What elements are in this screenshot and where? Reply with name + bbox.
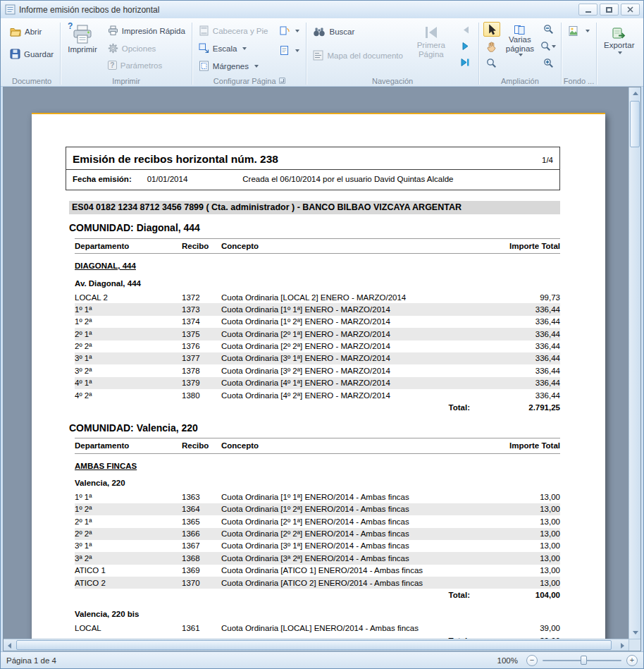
minimize-icon (586, 11, 591, 13)
report-page: Emisión de recibos horizontal núm. 238 1… (32, 113, 605, 651)
group-heading: AMBAS FINCAS (75, 461, 560, 471)
scale-button[interactable]: Escala (197, 42, 271, 55)
community-title: COMUNIDAD: Diagonal, 444 (69, 222, 560, 235)
cell-departamento: 3º 2ª (75, 366, 182, 376)
arrow-left-icon (8, 643, 11, 649)
pointer-icon (487, 24, 496, 35)
document-map-icon (313, 50, 323, 61)
cell-importe: 99,73 (477, 293, 560, 302)
zoom-slider[interactable] (543, 655, 621, 666)
search-button[interactable]: Buscar (311, 25, 404, 38)
arrow-down-icon (633, 631, 638, 634)
header-footer-label: Cabecera y Pie (213, 27, 268, 35)
quick-print-label: Impresión Rápida (122, 27, 185, 35)
margins-button[interactable]: Márgenes (197, 59, 271, 73)
header-footer-button[interactable]: Cabecera y Pie (197, 24, 271, 37)
dialog-launcher-icon[interactable] (279, 78, 285, 84)
print-button[interactable]: ? Imprimir (65, 22, 100, 56)
table-row: 4º 1ª1379Cuota Ordinaria [4º 1ª] ENERO -… (75, 377, 560, 389)
cell-concepto: Cuota Ordinaria [2º 1ª] ENERO - MARZO/20… (221, 329, 477, 339)
cell-importe: 13,00 (477, 578, 560, 588)
margins-icon (199, 61, 209, 71)
close-button[interactable] (621, 4, 640, 16)
scroll-up-button[interactable] (629, 87, 641, 99)
table-row: LOCAL1361Cuota Ordinaria [LOCAL] ENERO/2… (75, 622, 560, 634)
previous-page-button[interactable] (457, 24, 474, 36)
cell-importe: 13,00 (477, 541, 560, 551)
cell-recibo: 1377 (182, 353, 221, 363)
watermark-button[interactable] (566, 24, 592, 38)
margins-label: Márgenes (213, 62, 249, 70)
maximize-button[interactable] (600, 4, 619, 16)
cell-concepto: Cuota Ordinaria [1º 2ª] ENERO/2014 - Amb… (221, 504, 477, 514)
column-header: Departamento (75, 241, 182, 251)
open-button[interactable]: Abrir (8, 25, 44, 38)
cell-recibo: 1369 (182, 565, 221, 575)
column-header: Recibo (182, 241, 221, 251)
last-page-button[interactable] (457, 56, 474, 68)
group-configurar-pagina: Cabecera y Pie Escala Márgenes (192, 20, 306, 86)
ribbon: Abrir Guardar Documento ? (1, 18, 643, 87)
multiple-pages-button[interactable]: Varias páginas (503, 22, 537, 59)
scroll-left-button[interactable] (4, 639, 16, 651)
cell-importe: 336,44 (477, 305, 560, 314)
zoom-out-button[interactable]: − (526, 655, 538, 666)
cell-concepto: Cuota Ordinaria [1º 1ª] ENERO/2014 - Amb… (221, 492, 477, 502)
save-button[interactable]: Guardar (8, 47, 56, 61)
chevron-down-icon (552, 45, 556, 48)
cell-recibo: 1380 (182, 391, 221, 400)
export-button[interactable]: Exportar (601, 22, 637, 56)
cell-importe: 336,44 (477, 317, 560, 326)
group-label-fondo: Fondo ... (562, 75, 596, 86)
zoom-out-tool-button[interactable] (540, 22, 557, 37)
page-size-button[interactable] (277, 44, 302, 57)
search-label: Buscar (329, 27, 354, 36)
vertical-scrollbar[interactable] (628, 87, 640, 639)
column-header: Importe Total (477, 441, 560, 450)
page-orientation-button[interactable] (277, 24, 302, 37)
zoom-in-button[interactable]: + (626, 655, 638, 666)
titlebar[interactable]: Informe emisión recibos de horizontal (1, 1, 643, 18)
table-rows: 1º 1ª1363Cuota Ordinaria [1º 1ª] ENERO/2… (75, 491, 560, 589)
first-page-button[interactable]: Primera Página (414, 22, 449, 61)
document-map-button[interactable]: Mapa del documento (311, 49, 404, 62)
document-map-label: Mapa del documento (327, 51, 402, 60)
cell-departamento: 1º 1ª (75, 492, 182, 502)
open-label: Abrir (25, 27, 42, 36)
cell-departamento: 2º 1ª (75, 329, 182, 339)
options-button[interactable]: Opciones (106, 42, 187, 55)
created-by-text: Creada el 06/10/2014 por el usuario Davi… (242, 174, 453, 184)
cell-importe: 13,00 (477, 504, 560, 514)
group-label-exportar (597, 75, 641, 86)
pointer-tool-button[interactable] (483, 22, 500, 37)
multiple-pages-label: Varias páginas (506, 35, 534, 54)
next-page-button[interactable] (457, 40, 474, 52)
minimize-button[interactable] (578, 4, 597, 16)
next-page-icon (461, 42, 471, 51)
horizontal-scrollbar[interactable] (4, 639, 628, 651)
zoom-in-tool-button[interactable] (540, 56, 557, 70)
cell-departamento: 4º 1ª (75, 378, 182, 388)
table-row: 3º 1ª1377Cuota Ordinaria [3º 1ª] ENERO -… (75, 352, 560, 364)
zoom-dropdown-button[interactable] (540, 39, 557, 54)
vertical-scrollbar-thumb[interactable] (630, 101, 640, 147)
zoom-tool-button[interactable] (483, 56, 500, 70)
horizontal-scrollbar-thumb[interactable] (16, 640, 612, 650)
scroll-right-button[interactable] (617, 639, 628, 651)
cell-departamento: ATICO 2 (75, 578, 182, 588)
report-header: Emisión de recibos horizontal núm. 238 1… (66, 147, 560, 190)
zoom-slider-thumb[interactable] (581, 656, 587, 665)
cell-concepto: Cuota Ordinaria [2º 1ª] ENERO/2014 - Amb… (221, 517, 477, 527)
cell-importe: 13,00 (477, 492, 560, 502)
app-icon (4, 4, 16, 16)
app-window: Informe emisión recibos de horizontal Ab… (0, 0, 644, 669)
hand-tool-button[interactable] (483, 39, 500, 54)
quick-print-button[interactable]: Impresión Rápida (106, 24, 187, 37)
cell-departamento: 2º 1ª (75, 517, 182, 527)
parameters-button[interactable]: ? Parámetros (106, 59, 187, 71)
scroll-down-button[interactable] (629, 627, 641, 639)
cell-recibo: 1374 (182, 317, 221, 326)
cell-concepto: Cuota Ordinaria [3º 1ª] ENERO - MARZO/20… (221, 353, 477, 363)
options-label: Opciones (122, 44, 156, 53)
table-header-row: DepartamentoReciboConceptoImporte Total (75, 238, 560, 254)
